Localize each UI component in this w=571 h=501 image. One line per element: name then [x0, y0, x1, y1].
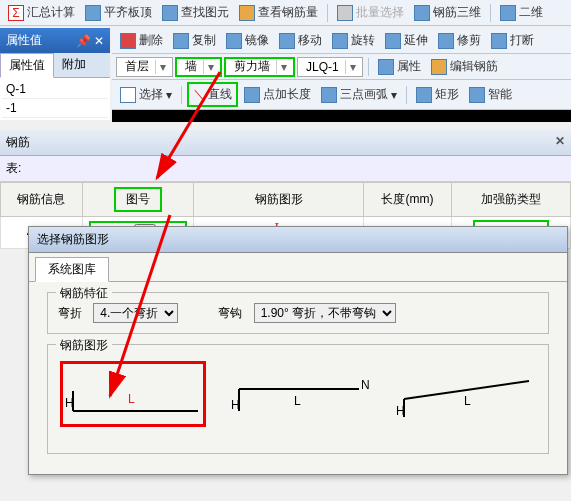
prop-icon — [378, 59, 394, 75]
feature-row: 弯折 4.一个弯折 弯钩 1.90° 弯折，不带弯钩 — [58, 303, 538, 323]
group2-title: 钢筋图形 — [56, 337, 112, 354]
separator — [181, 86, 182, 104]
panel-body: Q-1 -1 — [0, 78, 110, 120]
col-type: 加强筋类型 — [451, 183, 571, 217]
btn-arc[interactable]: 三点画弧▾ — [317, 84, 401, 105]
panel-tabs: 属性值 附加 — [0, 53, 110, 78]
prop-row[interactable]: -1 — [2, 99, 108, 118]
line-icon: ＼ — [193, 86, 205, 103]
col-info: 钢筋信息 — [1, 183, 83, 217]
separator — [368, 58, 369, 76]
grid-label-row: 表: — [0, 156, 571, 182]
arc-icon — [321, 87, 337, 103]
chevron-down-icon: ▾ — [391, 88, 397, 102]
bend-label: 弯折 — [58, 306, 82, 320]
btn-smart[interactable]: 智能 — [465, 84, 516, 105]
dd-category[interactable]: 墙▾ — [175, 57, 222, 77]
btn-3d[interactable]: 钢筋三维 — [410, 2, 485, 23]
btn-extend[interactable]: 延伸 — [381, 30, 432, 51]
cursor-icon — [120, 87, 136, 103]
hook-select[interactable]: 1.90° 弯折，不带弯钩 — [254, 303, 396, 323]
btn-move[interactable]: 移动 — [275, 30, 326, 51]
chevron-down-icon: ▾ — [345, 60, 360, 74]
chevron-down-icon: ▾ — [166, 88, 172, 102]
group-feature: 钢筋特征 弯折 4.一个弯折 弯钩 1.90° 弯折，不带弯钩 — [47, 292, 549, 334]
btn-copy[interactable]: 复制 — [169, 30, 220, 51]
shape-svg: HL — [63, 369, 203, 419]
search-icon — [162, 5, 178, 21]
chevron-down-icon: ▾ — [155, 60, 170, 74]
shape-dialog: 选择钢筋图形 系统图库 钢筋特征 弯折 4.一个弯折 弯钩 1.90° 弯折，不… — [28, 226, 568, 475]
flat-icon — [500, 5, 516, 21]
point-icon — [244, 87, 260, 103]
smart-icon — [469, 87, 485, 103]
extend-icon — [385, 33, 401, 49]
shape-option-3[interactable]: HL — [391, 361, 536, 427]
btn-rebar-qty[interactable]: 查看钢筋量 — [235, 2, 322, 23]
property-panel: 属性值 📌 ✕ 属性值 附加 Q-1 -1 — [0, 28, 110, 120]
tab-extra[interactable]: 附加 — [54, 53, 94, 77]
batch-icon — [337, 5, 353, 21]
toolbar-select: 首层▾ 墙▾ 剪力墙▾ JLQ-1▾ 属性 编辑钢筋 — [112, 54, 571, 80]
bend-select[interactable]: 4.一个弯折 — [93, 303, 178, 323]
dialog-tabs: 系统图库 — [29, 253, 567, 282]
btn-break[interactable]: 打断 — [487, 30, 538, 51]
btn-batch[interactable]: 批量选择 — [333, 2, 408, 23]
tab-prop[interactable]: 属性值 — [0, 53, 54, 78]
pin-icon[interactable]: 📌 ✕ — [76, 34, 104, 48]
btn-align[interactable]: 平齐板顶 — [81, 2, 156, 23]
dd-type[interactable]: 剪力墙▾ — [224, 57, 295, 77]
col-len: 长度(mm) — [364, 183, 451, 217]
prop-row[interactable]: Q-1 — [2, 80, 108, 99]
btn-rect[interactable]: 矩形 — [412, 84, 463, 105]
rotate-icon — [332, 33, 348, 49]
rect-icon — [416, 87, 432, 103]
table-header-row: 钢筋信息 图号 钢筋图形 长度(mm) 加强筋类型 — [1, 183, 571, 217]
btn-edit-rebar[interactable]: 编辑钢筋 — [427, 56, 502, 77]
group1-title: 钢筋特征 — [56, 285, 112, 302]
btn-find[interactable]: 查找图元 — [158, 2, 233, 23]
close-icon[interactable]: ✕ — [555, 134, 565, 151]
shape-option-2[interactable]: HNL — [226, 361, 371, 427]
edit-icon — [431, 59, 447, 75]
align-icon — [85, 5, 101, 21]
grid-title: 钢筋 — [6, 134, 30, 151]
btn-delete[interactable]: 删除 — [116, 30, 167, 51]
mirror-icon — [226, 33, 242, 49]
shape-svg: HL — [394, 369, 534, 419]
dd-name[interactable]: JLQ-1▾ — [297, 57, 363, 77]
chevron-down-icon: ▾ — [276, 60, 291, 74]
trim-icon — [438, 33, 454, 49]
toolbar-draw: 选择▾ ＼直线 点加长度 三点画弧▾ 矩形 智能 — [112, 80, 571, 110]
shape-svg: HNL — [229, 369, 369, 419]
btn-addlen[interactable]: 点加长度 — [240, 84, 315, 105]
separator — [327, 4, 328, 22]
btn-line[interactable]: ＼直线 — [187, 82, 238, 107]
cube-icon — [414, 5, 430, 21]
sigma-icon: Σ — [8, 5, 24, 21]
svg-text:L: L — [464, 394, 471, 408]
panel-title: 属性值 — [6, 32, 42, 49]
grid-header: 钢筋 ✕ — [0, 130, 571, 156]
tab-system-lib[interactable]: 系统图库 — [35, 257, 109, 282]
panel-header: 属性值 📌 ✕ — [0, 28, 110, 53]
btn-trim[interactable]: 修剪 — [434, 30, 485, 51]
shape-option-1[interactable]: HL — [60, 361, 206, 427]
dialog-title: 选择钢筋图形 — [29, 227, 567, 253]
dd-floor[interactable]: 首层▾ — [116, 57, 173, 77]
grid-label: 表: — [6, 161, 21, 175]
rebar-icon — [239, 5, 255, 21]
break-icon — [491, 33, 507, 49]
btn-prop[interactable]: 属性 — [374, 56, 425, 77]
svg-text:N: N — [361, 378, 369, 392]
btn-select[interactable]: 选择▾ — [116, 84, 176, 105]
separator — [406, 86, 407, 104]
svg-text:L: L — [294, 394, 301, 408]
btn-calc[interactable]: Σ汇总计算 — [4, 2, 79, 23]
btn-mirror[interactable]: 镜像 — [222, 30, 273, 51]
group-shape: 钢筋图形 HL HNL HL — [47, 344, 549, 454]
btn-2d[interactable]: 二维 — [496, 2, 547, 23]
delete-icon — [120, 33, 136, 49]
btn-rotate[interactable]: 旋转 — [328, 30, 379, 51]
main-area: 删除 复制 镜像 移动 旋转 延伸 修剪 打断 首层▾ 墙▾ 剪力墙▾ JLQ-… — [112, 28, 571, 122]
